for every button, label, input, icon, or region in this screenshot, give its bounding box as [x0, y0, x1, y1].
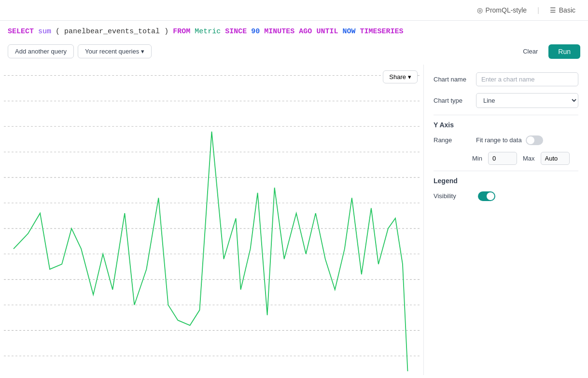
add-query-label: Add another query — [15, 48, 67, 55]
kw-num: 90 — [251, 27, 260, 36]
query-line: SELECT sum ( panelbear_events_total ) FR… — [8, 27, 580, 38]
legend-title: Legend — [434, 177, 578, 185]
chart-name-input[interactable] — [476, 72, 578, 86]
kw-now: NOW — [342, 27, 355, 36]
chart-name-row: Chart name — [434, 72, 578, 86]
chart-area: Share ▾ — [0, 65, 424, 375]
run-label: Run — [558, 48, 571, 55]
kw-ago: AGO — [299, 27, 312, 36]
kw-metric: Metric — [195, 27, 221, 36]
kw-select: SELECT — [8, 27, 34, 36]
kw-until: UNTIL — [316, 27, 338, 36]
min-input[interactable] — [488, 152, 517, 165]
divider-1 — [434, 115, 578, 115]
visibility-toggle[interactable] — [478, 191, 495, 201]
range-row: Range Fit range to data — [434, 135, 578, 145]
toolbar: Add another query Your recent queries ▾ … — [8, 44, 580, 65]
kw-minutes: MINUTES — [264, 27, 294, 36]
query-area: SELECT sum ( panelbear_events_total ) FR… — [0, 21, 588, 65]
fit-range-toggle[interactable] — [526, 135, 543, 145]
max-label: Max — [523, 155, 535, 162]
min-label: Min — [472, 155, 482, 162]
basic-label: Basic — [559, 6, 575, 14]
kw-func: sum — [38, 27, 51, 36]
visibility-row: Visibility — [434, 191, 578, 201]
share-button[interactable]: Share ▾ — [383, 70, 418, 83]
clear-label: Clear — [523, 48, 538, 55]
chart-type-select[interactable]: Line Bar Area Scatter — [476, 93, 578, 108]
main-layout: Share ▾ — [0, 65, 588, 375]
max-input[interactable] — [541, 152, 570, 165]
kw-from: FROM — [173, 27, 190, 36]
run-button[interactable]: Run — [548, 44, 580, 59]
basic-icon: ☰ — [550, 6, 556, 14]
chevron-down-icon: ▾ — [141, 48, 144, 55]
visibility-label: Visibility — [434, 192, 472, 200]
chart-type-row: Chart type Line Bar Area Scatter — [434, 93, 578, 108]
share-label: Share — [389, 73, 406, 81]
promql-icon: ◎ — [477, 6, 483, 14]
range-label: Range — [434, 136, 472, 144]
chart-name-label: Chart name — [434, 76, 472, 83]
kw-timeseries: TIMESERIES — [360, 27, 403, 36]
recent-queries-button[interactable]: Your recent queries ▾ — [78, 44, 152, 58]
divider-2 — [434, 171, 578, 171]
top-bar: ◎ PromQL-style | ☰ Basic — [0, 0, 588, 21]
clear-button[interactable]: Clear — [516, 45, 545, 58]
promql-label: PromQL-style — [486, 6, 527, 14]
recent-queries-label: Your recent queries — [85, 48, 139, 55]
line-chart — [4, 70, 420, 371]
settings-panel: Chart name Chart type Line Bar Area Scat… — [424, 65, 588, 375]
y-axis-title: Y Axis — [434, 121, 578, 129]
promql-style-button[interactable]: ◎ PromQL-style — [472, 4, 532, 16]
chart-type-label: Chart type — [434, 97, 472, 104]
chart-container — [4, 70, 420, 371]
basic-button[interactable]: ☰ Basic — [545, 4, 580, 16]
add-query-button[interactable]: Add another query — [8, 44, 74, 58]
chevron-down-icon: ▾ — [408, 73, 411, 81]
fit-range-label: Fit range to data — [476, 136, 522, 144]
divider: | — [537, 6, 539, 14]
kw-since: SINCE — [225, 27, 247, 36]
